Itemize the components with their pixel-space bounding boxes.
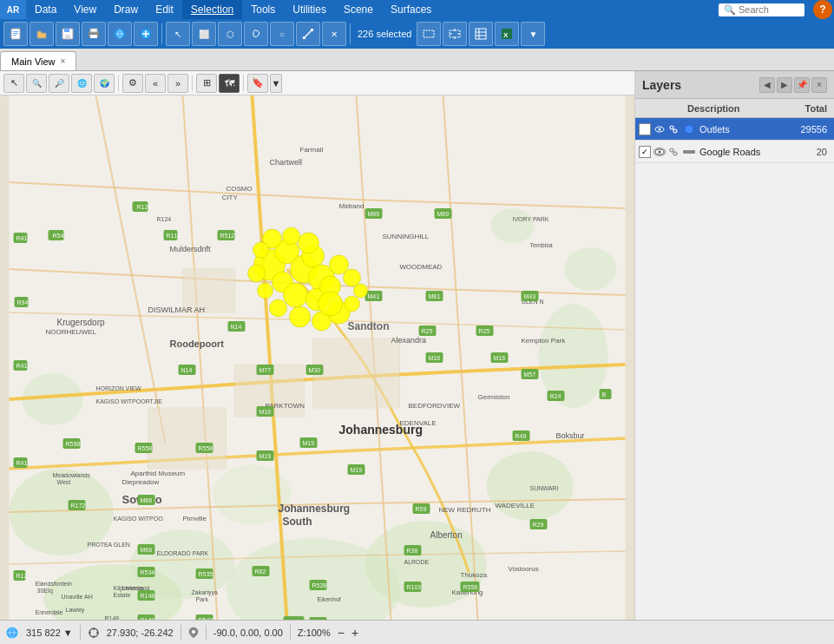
map-tb-grid-btn[interactable]: ⊞ bbox=[196, 74, 217, 93]
svg-text:Aparthid Museum: Aparthid Museum bbox=[131, 470, 186, 477]
tb-new-btn[interactable] bbox=[3, 22, 28, 46]
tb-clear-btn[interactable]: ✕ bbox=[322, 22, 346, 46]
layer-check-outlets[interactable]: ✓ bbox=[639, 123, 651, 135]
svg-text:EDENVALE: EDENVALE bbox=[400, 419, 437, 427]
tb-select-lasso-btn[interactable] bbox=[244, 22, 268, 46]
tab-bar: Main View × bbox=[0, 49, 834, 71]
menu-item-view[interactable]: View bbox=[65, 0, 105, 19]
map-tb-globe-btn[interactable]: 🌐 bbox=[71, 74, 92, 93]
svg-text:M77: M77 bbox=[259, 367, 272, 373]
svg-text:Sandton: Sandton bbox=[348, 320, 390, 332]
svg-text:Zakariyya: Zakariyya bbox=[192, 589, 218, 596]
tb-select-poly-btn[interactable]: ⬡ bbox=[218, 22, 242, 46]
svg-text:R512: R512 bbox=[220, 233, 235, 239]
status-sep-1 bbox=[80, 625, 81, 641]
map-tb-layer-btn[interactable]: 🗺 bbox=[219, 74, 240, 93]
svg-text:M89: M89 bbox=[368, 211, 380, 217]
layers-close-btn[interactable]: × bbox=[811, 77, 827, 93]
svg-rect-5 bbox=[64, 29, 69, 32]
svg-text:Alberton: Alberton bbox=[430, 530, 463, 540]
map-tb-zoom-in-btn[interactable]: 🔍 bbox=[26, 74, 47, 93]
tb-select-arrow-btn[interactable]: ↖ bbox=[166, 22, 190, 46]
map-tb-earth-btn[interactable]: 🌍 bbox=[94, 74, 115, 93]
menu-item-selection[interactable]: Selection bbox=[182, 0, 242, 19]
svg-text:Vosloorus: Vosloorus bbox=[509, 565, 539, 573]
layers-header: Layers ◀ ▶ 📌 × bbox=[635, 71, 834, 99]
tb-excel-btn[interactable]: X bbox=[495, 22, 519, 46]
svg-point-248 bbox=[659, 150, 661, 153]
tb-add-data-btn[interactable] bbox=[134, 22, 158, 46]
svg-text:Muldersdrift: Muldersdrift bbox=[170, 245, 212, 253]
menu-items: Data View Draw Edit Selection Tools Util… bbox=[26, 0, 719, 19]
svg-text:HORIZON VIEW: HORIZON VIEW bbox=[96, 385, 142, 391]
zoom-plus-btn[interactable]: + bbox=[351, 626, 358, 640]
menu-item-draw[interactable]: Draw bbox=[105, 0, 147, 19]
layers-forward-btn[interactable]: ▶ bbox=[777, 77, 792, 93]
layers-pin-btn[interactable]: 📌 bbox=[794, 77, 810, 93]
tb-select-rect-btn[interactable]: ⬜ bbox=[192, 22, 216, 46]
selected-count-label: 226 selected bbox=[354, 29, 415, 39]
tb-save-btn[interactable] bbox=[56, 22, 80, 46]
menu-item-scene[interactable]: Scene bbox=[335, 0, 382, 19]
zoom-level-display: Z:100% bbox=[298, 628, 331, 638]
tb-zoom-selected-btn[interactable] bbox=[443, 22, 467, 46]
search-area[interactable]: 🔍 bbox=[719, 3, 804, 16]
map-tb-extra-btn[interactable]: ▼ bbox=[270, 74, 282, 93]
map-area[interactable]: ↖ 🔍 🔎 🌐 🌍 ⚙ « » ⊞ 🗺 🔖 ▼ bbox=[0, 71, 634, 620]
tb-earth-btn[interactable] bbox=[108, 22, 132, 46]
layer-row-outlets[interactable]: ✓ Outlets 29556 bbox=[635, 118, 834, 141]
zoom-minus-btn[interactable]: − bbox=[338, 626, 345, 640]
zoom-indicator[interactable]: 315 822 ▼ bbox=[26, 628, 73, 638]
layer-eye-outlets[interactable] bbox=[653, 125, 666, 134]
svg-text:R148: R148 bbox=[105, 615, 120, 620]
layers-title: Layers bbox=[642, 78, 681, 92]
map-tb-next-btn[interactable]: » bbox=[167, 74, 188, 93]
svg-rect-2 bbox=[13, 33, 18, 34]
search-input[interactable] bbox=[739, 4, 799, 15]
menu-item-edit[interactable]: Edit bbox=[147, 0, 182, 19]
tb-select-set-btn[interactable] bbox=[417, 22, 441, 46]
layer-type-icon-outlets bbox=[682, 122, 696, 136]
layers-back-btn[interactable]: ◀ bbox=[759, 77, 775, 93]
tb-select-circle-btn[interactable]: ○ bbox=[270, 22, 294, 46]
gps-icon bbox=[88, 627, 100, 639]
menu-item-data[interactable]: Data bbox=[26, 0, 65, 19]
tb-open-btn[interactable] bbox=[30, 22, 54, 46]
main-view-tab[interactable]: Main View × bbox=[0, 51, 76, 70]
zoom-value: 315 822 bbox=[26, 628, 61, 638]
tab-label: Main View bbox=[11, 56, 56, 67]
svg-text:R54: R54 bbox=[53, 233, 64, 239]
help-button[interactable]: ? bbox=[813, 0, 832, 19]
svg-text:X: X bbox=[503, 31, 509, 39]
svg-text:M16: M16 bbox=[429, 355, 441, 361]
tb-more-btn[interactable]: ▼ bbox=[521, 22, 545, 46]
tb-select-line-btn[interactable] bbox=[296, 22, 320, 46]
map-tb-arrow-btn[interactable]: ↖ bbox=[3, 74, 24, 93]
svg-text:Unaville AH: Unaville AH bbox=[62, 594, 93, 600]
status-bar: 315 822 ▼ 27.930; -26.242 -90.0, 0.00, 0… bbox=[0, 620, 834, 644]
map-tb-settings-btn[interactable]: ⚙ bbox=[122, 74, 143, 93]
tb-print-btn[interactable] bbox=[82, 22, 106, 46]
svg-point-40 bbox=[491, 208, 535, 243]
menu-item-tools[interactable]: Tools bbox=[242, 0, 284, 19]
map-tb-zoom-out-btn[interactable]: 🔎 bbox=[49, 74, 69, 93]
svg-text:Boksbur: Boksbur bbox=[556, 431, 585, 440]
map-tb-prev-btn[interactable]: « bbox=[145, 74, 166, 93]
tb-table-btn[interactable] bbox=[469, 22, 493, 46]
layer-eye-google-roads[interactable] bbox=[653, 148, 666, 156]
menu-item-surfaces[interactable]: Surfaces bbox=[382, 0, 440, 19]
svg-text:N14: N14 bbox=[181, 367, 193, 373]
svg-text:Park: Park bbox=[196, 596, 209, 602]
svg-text:R542: R542 bbox=[199, 617, 213, 620]
svg-line-245 bbox=[673, 128, 674, 129]
tab-close-btn[interactable]: × bbox=[61, 56, 66, 66]
svg-point-225 bbox=[248, 265, 266, 282]
map-tb-bookmark-btn[interactable]: 🔖 bbox=[247, 74, 268, 93]
status-globe-icon[interactable] bbox=[5, 626, 19, 640]
location-pin-icon bbox=[188, 627, 199, 639]
svg-text:M19: M19 bbox=[351, 467, 363, 473]
menu-item-utilities[interactable]: Utilities bbox=[284, 0, 335, 19]
map-container[interactable]: Chartwell Farmall COSMO CITY R124 Mulder… bbox=[0, 95, 634, 620]
layer-row-google-roads[interactable]: ✓ Google Roads 20 bbox=[635, 141, 834, 163]
layer-check-google-roads[interactable]: ✓ bbox=[639, 146, 651, 158]
